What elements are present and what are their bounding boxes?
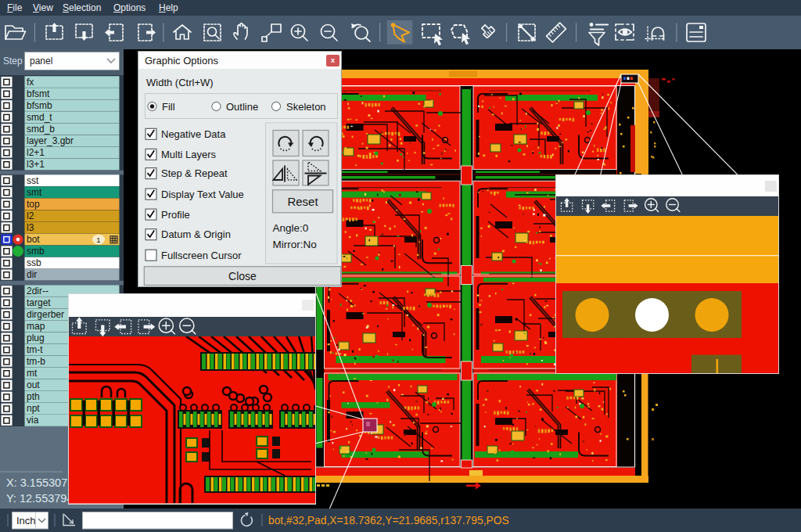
- svg-text:npt: npt: [27, 403, 40, 414]
- svg-text:dir: dir: [27, 269, 37, 280]
- svg-text:tm-b: tm-b: [27, 356, 45, 367]
- svg-text:smd_t: smd_t: [27, 112, 52, 123]
- svg-text:Y: 12.553794: Y: 12.553794: [6, 492, 73, 505]
- svg-text:sst: sst: [27, 175, 39, 186]
- svg-text:top: top: [27, 199, 40, 210]
- svg-text:layer_3.gbr: layer_3.gbr: [27, 135, 74, 146]
- svg-text:Step & Repeat: Step & Repeat: [161, 167, 228, 179]
- svg-text:X: 3.155307: X: 3.155307: [6, 476, 67, 489]
- svg-text:1: 1: [96, 235, 100, 244]
- svg-text:out: out: [27, 379, 40, 390]
- svg-text:bfsmt: bfsmt: [27, 88, 50, 99]
- svg-text:map: map: [27, 321, 45, 332]
- svg-text:l2: l2: [27, 210, 34, 221]
- svg-text:ssb: ssb: [27, 257, 41, 268]
- svg-text:bot: bot: [27, 234, 40, 245]
- svg-text:dirgerber: dirgerber: [27, 309, 64, 320]
- svg-text:l3: l3: [27, 222, 34, 233]
- svg-text:Display Text Value: Display Text Value: [161, 188, 244, 200]
- svg-text:bfsmb: bfsmb: [27, 100, 52, 111]
- svg-text:Fullscreen Cursor: Fullscreen Cursor: [161, 249, 242, 261]
- svg-text:Reset: Reset: [287, 194, 318, 207]
- svg-text:l2+1: l2+1: [27, 147, 45, 158]
- svg-text:Multi Layers: Multi Layers: [161, 148, 217, 160]
- svg-text:pth: pth: [27, 391, 40, 402]
- svg-text:Outline: Outline: [226, 100, 258, 112]
- svg-text:tm-t: tm-t: [27, 344, 43, 355]
- svg-text:Profile: Profile: [161, 208, 190, 220]
- svg-text:mt: mt: [27, 368, 38, 379]
- svg-text:target: target: [27, 297, 51, 308]
- svg-text:bot,#32,Pad,X=18.7362,Y=21.968: bot,#32,Pad,X=18.7362,Y=21.9685,r137.795…: [268, 515, 509, 527]
- svg-text:Skeleton: Skeleton: [286, 100, 326, 112]
- svg-text:smd_b: smd_b: [27, 124, 55, 135]
- svg-text:2dir--: 2dir--: [27, 286, 48, 297]
- svg-text:Close: Close: [228, 269, 257, 282]
- svg-text:Angle:0: Angle:0: [273, 222, 309, 234]
- svg-text:plug: plug: [27, 332, 45, 343]
- svg-text:Datum & Origin: Datum & Origin: [161, 228, 231, 240]
- svg-text:Fill: Fill: [162, 100, 175, 112]
- svg-text:l3+1: l3+1: [27, 159, 45, 170]
- svg-text:Mirror:No: Mirror:No: [273, 238, 317, 250]
- svg-text:smt: smt: [27, 187, 42, 198]
- svg-text:Inch: Inch: [16, 515, 36, 527]
- svg-text:fx: fx: [27, 77, 34, 88]
- svg-text:via: via: [27, 415, 39, 426]
- svg-text:smb: smb: [27, 246, 45, 257]
- svg-text:Negative Data: Negative Data: [161, 128, 226, 139]
